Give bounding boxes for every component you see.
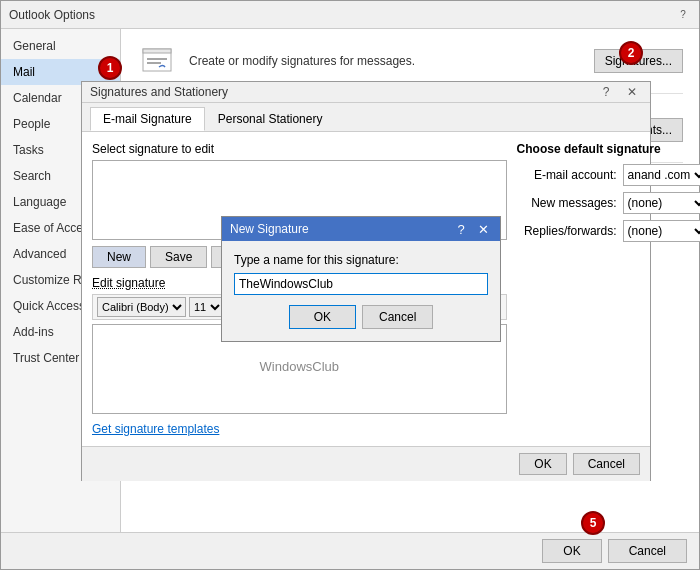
- save-sig-button[interactable]: Save: [150, 246, 207, 268]
- watermark: WindowsClub: [97, 359, 502, 374]
- main-window: Outlook Options ? General Mail Calendar …: [0, 0, 700, 570]
- new-sig-help-button[interactable]: ?: [452, 220, 470, 238]
- new-sig-title: New Signature: [230, 222, 309, 236]
- signatures-dialog-tabs: E-mail Signature Personal Stationery: [82, 103, 650, 132]
- title-bar: Outlook Options ?: [1, 1, 699, 29]
- signatures-icon: [137, 41, 177, 81]
- step2-circle: 2: [619, 41, 643, 65]
- bottom-bar: OK Cancel: [1, 532, 699, 569]
- new-messages-label: New messages:: [517, 196, 617, 210]
- font-select[interactable]: Calibri (Body): [97, 297, 186, 317]
- new-sig-ok-button[interactable]: OK: [289, 305, 356, 329]
- new-sig-cancel-button[interactable]: Cancel: [362, 305, 433, 329]
- signatures-dialog-help[interactable]: ?: [596, 82, 616, 102]
- signatures-ok-button[interactable]: OK: [519, 453, 566, 475]
- title-bar-controls: ?: [675, 7, 691, 23]
- email-account-select[interactable]: anand .com: [623, 164, 700, 186]
- new-sig-close-button[interactable]: ✕: [474, 220, 492, 238]
- sidebar-item-general[interactable]: General: [1, 33, 120, 59]
- replies-row: Replies/forwards: (none): [517, 220, 700, 242]
- sig-templates-link[interactable]: Get signature templates: [92, 422, 507, 436]
- font-size-select[interactable]: 11: [189, 297, 224, 317]
- signatures-dialog-close[interactable]: ✕: [622, 82, 642, 102]
- choose-default-label: Choose default signature: [517, 142, 700, 156]
- new-sig-input[interactable]: [234, 273, 488, 295]
- email-account-row: E-mail account: anand .com: [517, 164, 700, 186]
- email-account-label: E-mail account:: [517, 168, 617, 182]
- new-sig-controls: ? ✕: [452, 220, 492, 238]
- signatures-dialog-footer: OK Cancel: [82, 446, 650, 481]
- select-sig-label: Select signature to edit: [92, 142, 507, 156]
- new-sig-action-buttons: OK Cancel: [234, 305, 488, 329]
- signatures-cancel-button[interactable]: Cancel: [573, 453, 640, 475]
- svg-rect-1: [143, 49, 171, 53]
- tab-personal-stationery[interactable]: Personal Stationery: [205, 107, 336, 131]
- replies-label: Replies/forwards:: [517, 224, 617, 238]
- new-signature-dialog: New Signature ? ✕ Type a name for this s…: [221, 216, 501, 342]
- new-sig-body: Type a name for this signature: OK Cance…: [222, 241, 500, 341]
- default-sig-section: Choose default signature E-mail account:…: [517, 142, 700, 248]
- ok-button[interactable]: OK: [542, 539, 601, 563]
- help-button[interactable]: ?: [675, 7, 691, 23]
- signatures-dialog-title-bar: Signatures and Stationery ? ✕: [82, 82, 650, 103]
- signatures-description: Create or modify signatures for messages…: [189, 54, 594, 68]
- new-messages-row: New messages: (none): [517, 192, 700, 214]
- step1-circle: 1: [98, 56, 122, 80]
- signatures-right-panel: Choose default signature E-mail account:…: [517, 142, 700, 436]
- new-messages-select[interactable]: (none): [623, 192, 700, 214]
- replies-select[interactable]: (none): [623, 220, 700, 242]
- new-sig-type-label: Type a name for this signature:: [234, 253, 488, 267]
- tab-email-signature[interactable]: E-mail Signature: [90, 107, 205, 131]
- cancel-button[interactable]: Cancel: [608, 539, 687, 563]
- window-title: Outlook Options: [9, 8, 95, 22]
- new-sig-button[interactable]: New: [92, 246, 146, 268]
- new-sig-title-bar: New Signature ? ✕: [222, 217, 500, 241]
- signatures-dialog-title: Signatures and Stationery: [90, 85, 228, 99]
- step5-circle: 5: [581, 511, 605, 535]
